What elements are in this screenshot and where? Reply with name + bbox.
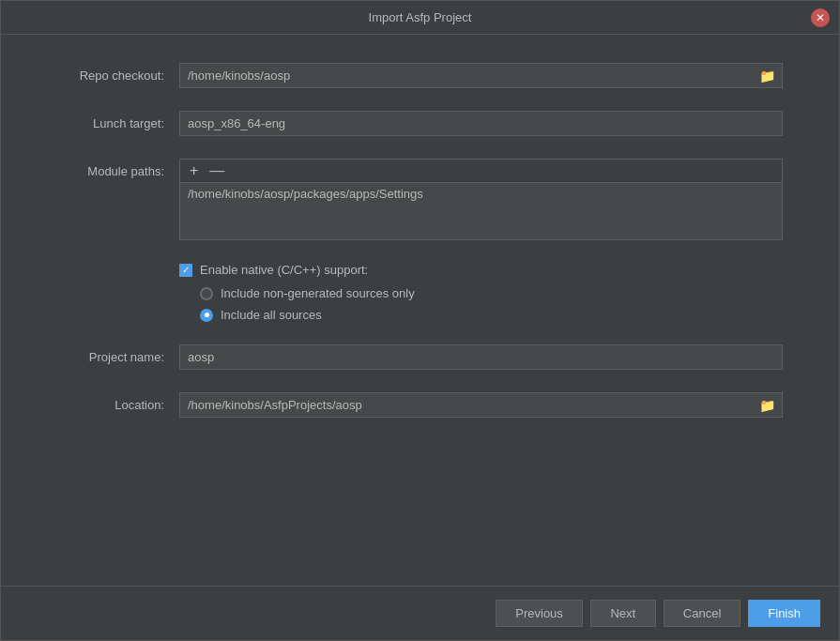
- radio-all-sources-row[interactable]: Include all sources: [200, 308, 783, 322]
- enable-native-checkbox[interactable]: ✓: [179, 264, 192, 277]
- add-module-path-button[interactable]: +: [188, 163, 200, 178]
- radio-all-sources-label: Include all sources: [221, 308, 322, 322]
- import-dialog: Import Asfp Project ✕ Repo checkout: 📁 L…: [0, 0, 840, 641]
- radio-non-generated-row[interactable]: Include non-generated sources only: [200, 286, 783, 300]
- remove-module-path-button[interactable]: —: [207, 163, 226, 178]
- radio-non-generated-label: Include non-generated sources only: [221, 286, 415, 300]
- project-name-input[interactable]: [179, 344, 783, 370]
- repo-checkout-input-wrap: 📁: [179, 63, 783, 88]
- project-name-label: Project name:: [57, 344, 179, 364]
- repo-checkout-input[interactable]: [179, 63, 783, 88]
- lunch-target-control: [179, 111, 783, 136]
- module-paths-control: + — /home/kinobs/aosp/packages/apps/Sett…: [179, 159, 783, 240]
- dialog-title: Import Asfp Project: [369, 10, 472, 24]
- title-bar: Import Asfp Project ✕: [1, 1, 839, 35]
- module-paths-container: + — /home/kinobs/aosp/packages/apps/Sett…: [179, 159, 783, 240]
- source-radio-group: Include non-generated sources only Inclu…: [200, 286, 783, 322]
- close-icon: ✕: [816, 12, 825, 23]
- module-path-item[interactable]: /home/kinobs/aosp/packages/apps/Settings: [188, 187, 774, 201]
- checkbox-check-icon: ✓: [182, 266, 190, 275]
- project-name-row: Project name:: [57, 344, 783, 370]
- cancel-button[interactable]: Cancel: [664, 600, 741, 627]
- dialog-content: Repo checkout: 📁 Lunch target: Module pa…: [1, 35, 839, 586]
- module-paths-row: Module paths: + — /home/kinobs/aosp/pack…: [57, 159, 783, 240]
- project-name-control: [179, 344, 783, 370]
- previous-button[interactable]: Previous: [496, 600, 583, 627]
- repo-checkout-folder-button[interactable]: 📁: [756, 67, 779, 85]
- next-button[interactable]: Next: [590, 600, 656, 627]
- location-folder-button[interactable]: 📁: [756, 396, 779, 415]
- location-control: 📁: [179, 392, 783, 418]
- repo-checkout-label: Repo checkout:: [57, 63, 179, 83]
- enable-native-row: ✓ Enable native (C/C++) support:: [179, 263, 783, 277]
- repo-checkout-control: 📁: [179, 63, 783, 88]
- location-input-wrap: 📁: [179, 392, 783, 418]
- lunch-target-row: Lunch target:: [57, 111, 783, 136]
- native-support-section: ✓ Enable native (C/C++) support: Include…: [179, 263, 783, 322]
- lunch-target-label: Lunch target:: [57, 111, 179, 130]
- location-row: Location: 📁: [57, 392, 783, 418]
- module-paths-list: /home/kinobs/aosp/packages/apps/Settings: [180, 183, 782, 239]
- finish-button[interactable]: Finish: [748, 600, 820, 627]
- folder-icon: 📁: [759, 69, 775, 84]
- radio-all-sources-inner: [205, 313, 209, 317]
- radio-all-sources[interactable]: [200, 309, 213, 322]
- module-toolbar: + —: [180, 160, 782, 183]
- close-button[interactable]: ✕: [811, 8, 830, 27]
- repo-checkout-row: Repo checkout: 📁: [57, 63, 783, 88]
- enable-native-label: Enable native (C/C++) support:: [200, 263, 368, 277]
- lunch-target-input[interactable]: [179, 111, 783, 136]
- dialog-footer: Previous Next Cancel Finish: [1, 586, 839, 640]
- folder-icon-location: 📁: [759, 398, 775, 413]
- module-paths-label: Module paths:: [57, 159, 179, 178]
- location-label: Location:: [57, 392, 179, 412]
- radio-non-generated[interactable]: [200, 287, 213, 300]
- location-input[interactable]: [179, 392, 783, 418]
